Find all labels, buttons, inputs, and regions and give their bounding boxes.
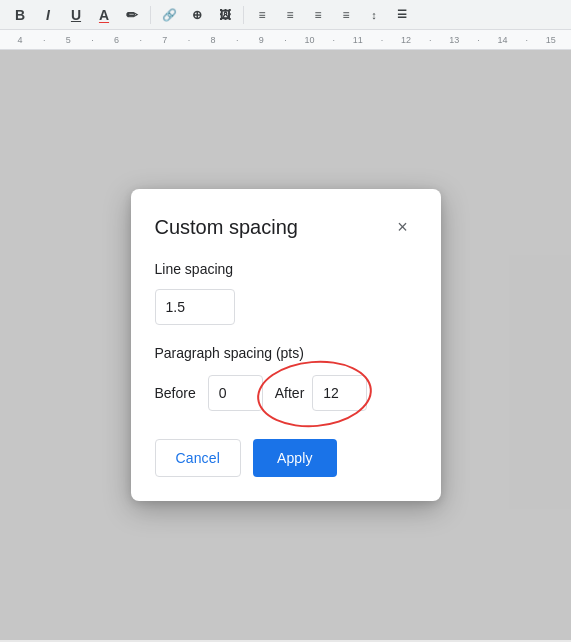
- bold-button[interactable]: B: [8, 3, 32, 27]
- highlight-button[interactable]: ✏: [120, 3, 144, 27]
- after-group: After: [275, 375, 368, 411]
- before-input[interactable]: [208, 375, 263, 411]
- paragraph-spacing-label: Paragraph spacing (pts): [155, 345, 417, 361]
- after-input[interactable]: [312, 375, 367, 411]
- align-justify-button[interactable]: ≡: [334, 3, 358, 27]
- document-area: Custom spacing × Line spacing Paragraph …: [0, 50, 571, 640]
- ruler-mark: ·: [32, 35, 56, 45]
- ruler-mark: 10: [298, 35, 322, 45]
- ruler-mark: 7: [153, 35, 177, 45]
- cancel-button[interactable]: Cancel: [155, 439, 241, 477]
- line-spacing-button[interactable]: ↕: [362, 3, 386, 27]
- ruler-mark: ·: [418, 35, 442, 45]
- line-spacing-section: Line spacing: [155, 261, 417, 345]
- image-button[interactable]: 🖼: [213, 3, 237, 27]
- insert-special-button[interactable]: ⊕: [185, 3, 209, 27]
- ruler-mark: 13: [442, 35, 466, 45]
- ruler-mark: 8: [201, 35, 225, 45]
- dialog-header: Custom spacing ×: [155, 213, 417, 241]
- close-button[interactable]: ×: [389, 213, 417, 241]
- align-left-button[interactable]: ≡: [250, 3, 274, 27]
- ruler-mark: ·: [80, 35, 104, 45]
- ruler-mark: 4: [8, 35, 32, 45]
- custom-spacing-dialog: Custom spacing × Line spacing Paragraph …: [131, 189, 441, 501]
- ruler-mark: ·: [225, 35, 249, 45]
- ruler: 4 · 5 · 6 · 7 · 8 · 9 · 10 · 11 · 12 · 1…: [0, 30, 571, 50]
- before-label: Before: [155, 385, 196, 401]
- toolbar-divider-1: [150, 6, 151, 24]
- paragraph-spacing-section: Paragraph spacing (pts) Before After: [155, 345, 417, 411]
- after-label: After: [275, 385, 305, 401]
- align-right-button[interactable]: ≡: [306, 3, 330, 27]
- ruler-mark: ·: [129, 35, 153, 45]
- line-spacing-input[interactable]: [155, 289, 235, 325]
- toolbar: B I U A ✏ 🔗 ⊕ 🖼 ≡ ≡ ≡ ≡ ↕ ☰: [0, 0, 571, 30]
- font-color-button[interactable]: A: [92, 3, 116, 27]
- line-spacing-label: Line spacing: [155, 261, 417, 277]
- toolbar-divider-2: [243, 6, 244, 24]
- ruler-mark: 9: [249, 35, 273, 45]
- italic-button[interactable]: I: [36, 3, 60, 27]
- dialog-footer: Cancel Apply: [155, 439, 417, 477]
- modal-overlay: Custom spacing × Line spacing Paragraph …: [0, 50, 571, 640]
- underline-button[interactable]: U: [64, 3, 88, 27]
- ruler-mark: 14: [491, 35, 515, 45]
- link-button[interactable]: 🔗: [157, 3, 181, 27]
- ruler-mark: ·: [370, 35, 394, 45]
- ruler-mark: ·: [515, 35, 539, 45]
- align-center-button[interactable]: ≡: [278, 3, 302, 27]
- ruler-mark: 6: [105, 35, 129, 45]
- ruler-mark: 5: [56, 35, 80, 45]
- ruler-mark: 12: [394, 35, 418, 45]
- ruler-mark: ·: [466, 35, 490, 45]
- apply-button[interactable]: Apply: [253, 439, 337, 477]
- ruler-mark: ·: [322, 35, 346, 45]
- ruler-mark: 15: [539, 35, 563, 45]
- list-button[interactable]: ☰: [390, 3, 414, 27]
- dialog-title: Custom spacing: [155, 216, 298, 239]
- ruler-marks: 4 · 5 · 6 · 7 · 8 · 9 · 10 · 11 · 12 · 1…: [0, 35, 571, 45]
- ruler-mark: 11: [346, 35, 370, 45]
- ruler-mark: ·: [273, 35, 297, 45]
- paragraph-row: Before After: [155, 375, 417, 411]
- ruler-mark: ·: [177, 35, 201, 45]
